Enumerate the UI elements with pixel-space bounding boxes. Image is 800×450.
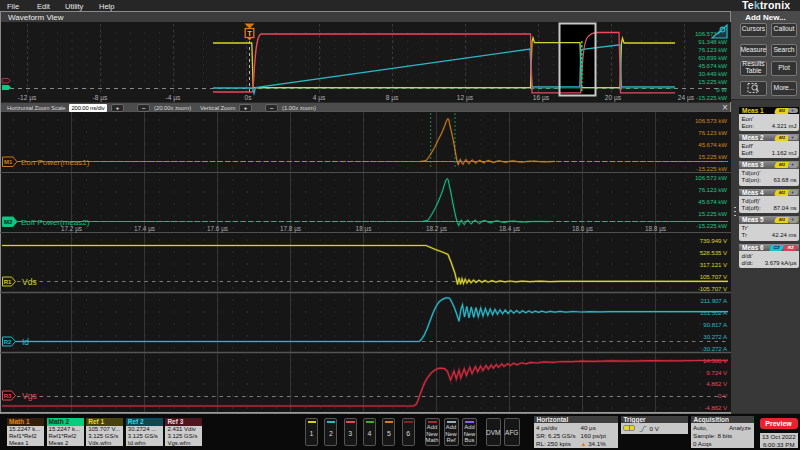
svg-text:-15.225 kW: -15.225 kW	[696, 222, 727, 229]
svg-text:528.535 V: 528.535 V	[700, 249, 728, 256]
svg-text:60.899 kW: 60.899 kW	[698, 54, 727, 61]
svg-text:45.674 kW: 45.674 kW	[698, 141, 727, 148]
svg-text:24 µs: 24 µs	[678, 94, 695, 102]
svg-text:17.6 µs: 17.6 µs	[207, 225, 228, 233]
svg-text:20 µs: 20 µs	[605, 94, 622, 102]
svg-text:76.123 kW: 76.123 kW	[698, 46, 727, 53]
svg-text:-12 µs: -12 µs	[18, 94, 37, 102]
svg-text:M2: M2	[4, 219, 13, 225]
svg-text:76.123 kW: 76.123 kW	[698, 186, 727, 193]
svg-text:106.573 kW: 106.573 kW	[695, 117, 727, 124]
svg-text:R1: R1	[4, 279, 12, 285]
svg-text:0 V: 0 V	[718, 392, 728, 399]
svg-text:90.817 A: 90.817 A	[703, 321, 728, 328]
svg-text:-8 µs: -8 µs	[93, 94, 108, 102]
svg-text:45.674 kW: 45.674 kW	[698, 62, 727, 69]
svg-text:739.949 V: 739.949 V	[700, 237, 728, 244]
svg-text:-4.862 V: -4.862 V	[704, 404, 728, 411]
svg-text:76.123 kW: 76.123 kW	[698, 129, 727, 136]
svg-text:0 W: 0 W	[716, 86, 727, 93]
svg-text:12 µs: 12 µs	[457, 94, 474, 102]
svg-text:17.8 µs: 17.8 µs	[280, 225, 301, 233]
svg-text:R2: R2	[4, 339, 12, 345]
svg-text:4 µs: 4 µs	[313, 94, 326, 102]
svg-text:-4 µs: -4 µs	[166, 94, 181, 102]
svg-text:4.862 V: 4.862 V	[706, 380, 728, 387]
svg-text:T: T	[247, 29, 252, 38]
svg-text:Vgs: Vgs	[22, 391, 37, 401]
svg-text:8 µs: 8 µs	[386, 94, 399, 102]
svg-text:18.4 µs: 18.4 µs	[499, 225, 520, 233]
svg-text:15.225 kW: 15.225 kW	[698, 210, 727, 217]
svg-text:18.8 µs: 18.8 µs	[645, 225, 666, 233]
svg-text:30.272 A: 30.272 A	[703, 333, 728, 340]
svg-text:30.449 kW: 30.449 kW	[698, 70, 727, 77]
svg-text:18.2 µs: 18.2 µs	[426, 225, 447, 233]
svg-text:18 µs: 18 µs	[356, 225, 372, 233]
svg-text:M1: M1	[4, 159, 13, 165]
svg-text:-15.225 kW: -15.225 kW	[696, 165, 727, 172]
svg-text:18.6 µs: 18.6 µs	[572, 225, 593, 233]
svg-text:R3: R3	[4, 393, 12, 399]
svg-text:0s: 0s	[245, 94, 253, 101]
svg-text:-105.707 V: -105.707 V	[698, 285, 728, 292]
svg-text:9.724 V: 9.724 V	[706, 369, 728, 376]
svg-text:15.225 kW: 15.225 kW	[698, 153, 727, 160]
svg-text:211.907 A: 211.907 A	[700, 297, 727, 304]
svg-text:106.573 kW: 106.573 kW	[695, 174, 727, 181]
svg-text:-30.272 A: -30.272 A	[701, 345, 728, 352]
svg-text:15.225 kW: 15.225 kW	[698, 78, 727, 85]
svg-text:105.707 V: 105.707 V	[700, 273, 728, 280]
svg-text:16 µs: 16 µs	[533, 94, 550, 102]
svg-text:-15.225 kW: -15.225 kW	[696, 94, 727, 101]
svg-text:45.674 kW: 45.674 kW	[698, 198, 727, 205]
svg-text:17.4 µs: 17.4 µs	[134, 225, 155, 233]
svg-text:317.121 V: 317.121 V	[700, 261, 728, 268]
